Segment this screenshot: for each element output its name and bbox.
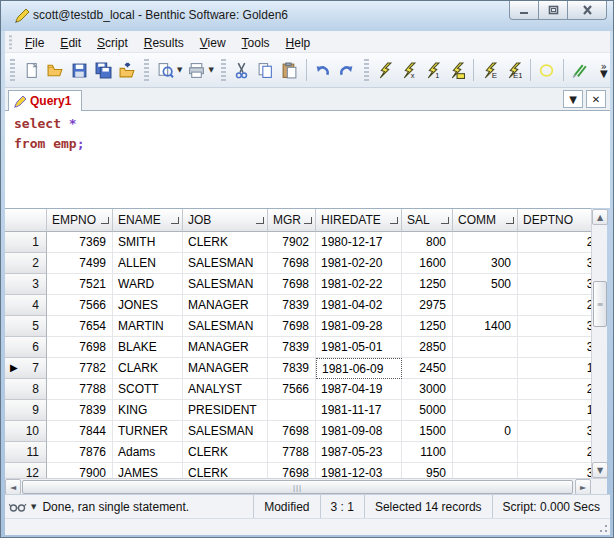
cell-comm[interactable] [453, 379, 518, 400]
cell-comm[interactable] [453, 358, 518, 379]
cell-mgr[interactable]: 7698 [268, 316, 316, 337]
row-header[interactable]: 11 [5, 442, 47, 463]
cell-mgr[interactable]: 7839 [268, 358, 316, 379]
column-menu-icon[interactable] [101, 217, 109, 224]
run-icon[interactable] [373, 57, 397, 83]
cell-ename[interactable]: WARD [113, 274, 183, 295]
cell-empno[interactable]: 7839 [47, 400, 113, 421]
row-header[interactable]: 6 [5, 337, 47, 358]
cell-empno[interactable]: 7499 [47, 253, 113, 274]
dropdown-arrow-icon[interactable]: ▼ [177, 66, 182, 74]
cell-comm[interactable] [453, 337, 518, 358]
minimize-button[interactable] [509, 1, 539, 20]
cell-comm[interactable] [453, 295, 518, 316]
cell-sal[interactable]: 2850 [402, 337, 453, 358]
cell-mgr[interactable] [268, 400, 316, 421]
cell-empno[interactable]: 7782 [47, 358, 113, 379]
cell-hiredate[interactable]: 1981-04-02 [316, 295, 402, 316]
cell-ename[interactable]: ALLEN [113, 253, 183, 274]
cell-sal[interactable]: 1600 [402, 253, 453, 274]
scroll-right-icon[interactable]: ► [575, 479, 591, 495]
cell-mgr[interactable]: 7839 [268, 295, 316, 316]
scroll-down-icon[interactable]: ▼ [592, 462, 608, 478]
cell-comm[interactable] [453, 232, 518, 253]
column-menu-icon[interactable] [441, 217, 449, 224]
cell-comm[interactable]: 300 [453, 253, 518, 274]
cell-job[interactable]: MANAGER [183, 295, 268, 316]
close-button[interactable] [567, 1, 607, 20]
sql-editor[interactable]: select *from emp; [5, 111, 610, 208]
column-header-job[interactable]: JOB [183, 209, 268, 232]
menu-item-results[interactable]: Results [136, 33, 192, 53]
toolbar-grip-handle[interactable] [364, 59, 369, 81]
column-header-hiredate[interactable]: HIREDATE [316, 209, 402, 232]
cell-ename[interactable]: JONES [113, 295, 183, 316]
cell-deptno[interactable]: 30 [518, 274, 591, 295]
save-all-icon[interactable] [91, 57, 115, 83]
cell-sal[interactable]: 1250 [402, 274, 453, 295]
undo-icon[interactable] [311, 57, 335, 83]
restore-button[interactable] [538, 1, 568, 20]
tab-list-dropdown-button[interactable]: ▼ [563, 90, 583, 108]
tab-close-button[interactable]: ✕ [586, 90, 606, 108]
menu-item-view[interactable]: View [192, 33, 234, 53]
cell-job[interactable]: SALESMAN [183, 316, 268, 337]
overflow-chevron-icon[interactable]: »▼ [592, 57, 610, 83]
row-header[interactable]: 5 [5, 316, 47, 337]
run-current-icon[interactable]: x [397, 57, 421, 83]
cell-job[interactable]: MANAGER [183, 337, 268, 358]
cell-hiredate[interactable]: 1981-11-17 [316, 400, 402, 421]
open-folder-icon[interactable] [43, 57, 67, 83]
column-menu-icon[interactable] [304, 217, 312, 224]
cell-comm[interactable]: 0 [453, 421, 518, 442]
cell-job[interactable]: SALESMAN [183, 421, 268, 442]
folder-close-icon[interactable] [115, 57, 139, 83]
cell-deptno[interactable]: 20 [518, 442, 591, 463]
menu-item-help[interactable]: Help [278, 33, 319, 53]
cell-ename[interactable]: KING [113, 400, 183, 421]
cell-sal[interactable]: 2975 [402, 295, 453, 316]
copy-icon[interactable] [254, 57, 278, 83]
commit-icon[interactable] [568, 57, 592, 83]
cell-hiredate[interactable]: 1981-05-01 [316, 337, 402, 358]
cell-comm[interactable] [453, 463, 518, 478]
cell-comm[interactable] [453, 442, 518, 463]
cell-empno[interactable]: 7521 [47, 274, 113, 295]
cell-hiredate[interactable]: 1981-09-28 [316, 316, 402, 337]
cell-ename[interactable]: MARTIN [113, 316, 183, 337]
row-header[interactable]: 10 [5, 421, 47, 442]
cell-ename[interactable]: SMITH [113, 232, 183, 253]
cell-job[interactable]: CLERK [183, 463, 268, 478]
cell-job[interactable]: ANALYST [183, 379, 268, 400]
row-header[interactable]: 9 [5, 400, 47, 421]
row-header[interactable]: 12 [5, 463, 47, 478]
cell-comm[interactable]: 500 [453, 274, 518, 295]
column-header-deptno[interactable]: DEPTNO [518, 209, 591, 232]
cell-sal[interactable]: 1250 [402, 316, 453, 337]
run-explain-icon[interactable]: E [478, 57, 502, 83]
cell-hiredate[interactable]: 1987-04-19 [316, 379, 402, 400]
column-header-mgr[interactable]: MGR [268, 209, 316, 232]
cut-icon[interactable] [230, 57, 254, 83]
row-header[interactable]: 1 [5, 232, 47, 253]
column-header-sal[interactable]: SAL [402, 209, 453, 232]
window-resize-grip[interactable] [596, 521, 608, 533]
dropdown-arrow-icon[interactable]: ▼ [208, 66, 213, 74]
menu-item-edit[interactable]: Edit [52, 33, 89, 53]
row-header[interactable]: 8 [5, 379, 47, 400]
new-file-icon[interactable] [19, 57, 43, 83]
menubar-grip-handle[interactable] [8, 34, 13, 49]
cell-mgr[interactable]: 7698 [268, 421, 316, 442]
cell-deptno[interactable]: 10 [518, 400, 591, 421]
toolbar-grip-handle[interactable] [144, 59, 149, 81]
cell-ename[interactable]: JAMES [113, 463, 183, 478]
cell-ename[interactable]: Adams [113, 442, 183, 463]
tab-query1[interactable]: Query1 [8, 90, 82, 111]
column-menu-icon[interactable] [506, 217, 514, 224]
cell-sal[interactable]: 950 [402, 463, 453, 478]
cell-job[interactable]: CLERK [183, 442, 268, 463]
paste-icon[interactable] [278, 57, 302, 83]
titlebar[interactable]: scott@testdb_local - Benthic Software: G… [1, 1, 614, 31]
cell-ename[interactable]: SCOTT [113, 379, 183, 400]
row-header[interactable]: ▶7 [5, 358, 47, 379]
